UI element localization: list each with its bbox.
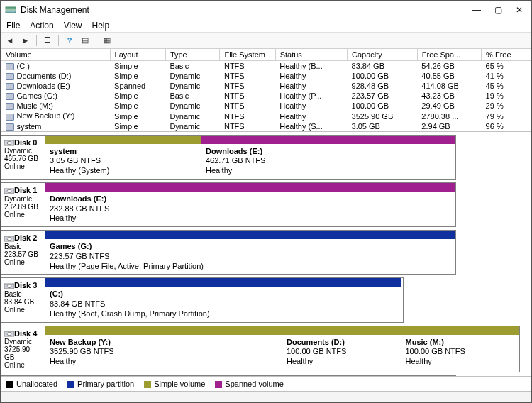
svg-rect-0 [6, 7, 16, 9]
disk-graph: system3.05 GB NTFSHealthy (System)Downlo… [45, 135, 456, 180]
volume-stripe [45, 278, 401, 287]
status-bar [1, 391, 531, 402]
volume-block[interactable]: Downloads (E:)462.71 GB NTFSHealthy [201, 136, 455, 179]
back-button[interactable]: ◄ [4, 34, 16, 47]
volume-stripe [45, 136, 201, 144]
volume-block[interactable]: Downloads (E:)232.88 GB NTFSHealthy [45, 183, 455, 226]
menu-action[interactable]: Action [30, 21, 53, 31]
close-button[interactable]: ✕ [509, 2, 530, 18]
volume-stripe [282, 326, 401, 335]
volume-icon [6, 114, 14, 121]
disk-row-disk2: Disk 2Basic223.57 GBOnlineGames (G:)223.… [1, 230, 531, 275]
app-window: Disk Management — ▢ ✕ File Action View H… [0, 0, 532, 403]
volume-stripe [45, 183, 455, 192]
content-area: VolumeLayoutTypeFile SystemStatusCapacit… [1, 48, 531, 391]
volume-row[interactable]: (C:)SimpleBasicNTFSHealthy (B...83.84 GB… [1, 61, 531, 72]
column-header-capacity[interactable]: Capacity [348, 49, 418, 61]
column-header-free[interactable]: Free Spa... [417, 49, 481, 61]
volume-row[interactable]: systemSimpleDynamicNTFSHealthy (S...3.05… [1, 121, 531, 131]
maximize-button[interactable]: ▢ [487, 2, 509, 18]
disk-graph: New Backup (Y:)3525.90 GB NTFSHealthyDoc… [45, 326, 520, 373]
column-header-type[interactable]: Type [165, 49, 220, 61]
legend-unallocated: Unallocated [6, 380, 57, 388]
app-icon [5, 4, 16, 16]
disk-graph: Games (G:)223.57 GB NTFSHealthy (Page Fi… [45, 230, 456, 275]
disk-row-disk3: Disk 3Basic83.84 GBOnline (C:)83.84 GB N… [1, 277, 531, 322]
legend: Unallocated Primary partition Simple vol… [1, 376, 531, 391]
volume-block[interactable]: New Backup (Y:)3525.90 GB NTFSHealthy [45, 326, 282, 372]
volume-icon [6, 83, 14, 90]
svg-point-9 [7, 285, 11, 287]
volume-block[interactable]: system3.05 GB NTFSHealthy (System) [45, 136, 201, 179]
svg-rect-1 [6, 11, 16, 13]
volume-block[interactable]: Music (M:)100.00 GB NTFSHealthy [401, 326, 520, 372]
column-header-layout[interactable]: Layout [110, 49, 165, 61]
help-button[interactable]: ? [63, 34, 76, 47]
volume-stripe [45, 326, 282, 335]
refresh-button[interactable]: ☰ [41, 34, 54, 47]
svg-point-11 [7, 333, 11, 336]
column-header-volume[interactable]: Volume [1, 49, 111, 61]
disk-label[interactable]: Disk 4Dynamic3725.90 GBOnline [1, 326, 45, 373]
svg-point-5 [7, 189, 11, 192]
volume-row[interactable]: New Backup (Y:)SimpleDynamicNTFSHealthy3… [1, 111, 531, 121]
menu-bar: File Action View Help [1, 19, 531, 33]
menu-view[interactable]: View [64, 21, 82, 31]
disk-row-disk1: Disk 1Dynamic232.89 GBOnlineDownloads (E… [1, 182, 531, 227]
volume-icon [6, 93, 14, 100]
svg-point-3 [7, 142, 11, 145]
menu-help[interactable]: Help [92, 21, 110, 31]
column-header-fs[interactable]: File System [220, 49, 275, 61]
disk-graph: Downloads (E:)232.88 GB NTFSHealthy [45, 182, 456, 227]
legend-spanned: Spanned volume [215, 380, 284, 388]
volume-stripe [201, 136, 455, 144]
svg-point-7 [7, 237, 11, 240]
legend-primary: Primary partition [67, 380, 134, 388]
disk-label[interactable]: Disk 1Dynamic232.89 GBOnline [1, 182, 45, 227]
disk-row-disk4: Disk 4Dynamic3725.90 GBOnlineNew Backup … [1, 326, 531, 373]
disk-graphical-view[interactable]: Disk 0Dynamic465.76 GBOnlinesystem3.05 G… [1, 131, 531, 376]
forward-button[interactable]: ► [19, 34, 32, 47]
detail-view-button[interactable]: ▦ [101, 34, 113, 47]
column-header-status[interactable]: Status [275, 49, 347, 61]
disk-label[interactable]: Disk 3Basic83.84 GBOnline [1, 277, 45, 322]
volume-icon [6, 63, 14, 70]
column-header-pct[interactable]: % Free [482, 49, 531, 61]
disk-row-disk0: Disk 0Dynamic465.76 GBOnlinesystem3.05 G… [1, 135, 531, 180]
volume-row[interactable]: Downloads (E:)SpannedDynamicNTFSHealthy9… [1, 81, 531, 91]
volume-block[interactable]: (C:)83.84 GB NTFSHealthy (Boot, Crash Du… [45, 278, 401, 321]
list-view-button[interactable]: ▤ [79, 34, 92, 47]
legend-simple: Simple volume [144, 380, 205, 388]
volume-icon [6, 73, 14, 80]
volume-block[interactable]: Documents (D:)100.00 GB NTFSHealthy [282, 326, 401, 372]
volume-row[interactable]: Games (G:)SimpleBasicNTFSHealthy (P...22… [1, 91, 531, 101]
menu-file[interactable]: File [6, 21, 20, 31]
volume-list[interactable]: VolumeLayoutTypeFile SystemStatusCapacit… [1, 48, 531, 131]
disk-label[interactable]: Disk 2Basic223.57 GBOnline [1, 230, 45, 275]
titlebar: Disk Management — ▢ ✕ [1, 1, 531, 19]
volume-row[interactable]: Music (M:)SimpleDynamicNTFSHealthy100.00… [1, 101, 531, 111]
volume-icon [6, 123, 14, 131]
volume-icon [6, 103, 14, 110]
volume-stripe [45, 231, 455, 239]
toolbar: ◄ ► ☰ ? ▤ ▦ [1, 33, 531, 48]
volume-stripe [401, 326, 520, 335]
window-title: Disk Management [21, 5, 466, 15]
volume-block[interactable]: Games (G:)223.57 GB NTFSHealthy (Page Fi… [45, 231, 455, 274]
disk-graph: (C:)83.84 GB NTFSHealthy (Boot, Crash Du… [45, 277, 404, 322]
disk-label[interactable]: Disk 0Dynamic465.76 GBOnline [1, 135, 45, 180]
minimize-button[interactable]: — [466, 2, 487, 18]
volume-row[interactable]: Documents (D:)SimpleDynamicNTFSHealthy10… [1, 71, 531, 81]
